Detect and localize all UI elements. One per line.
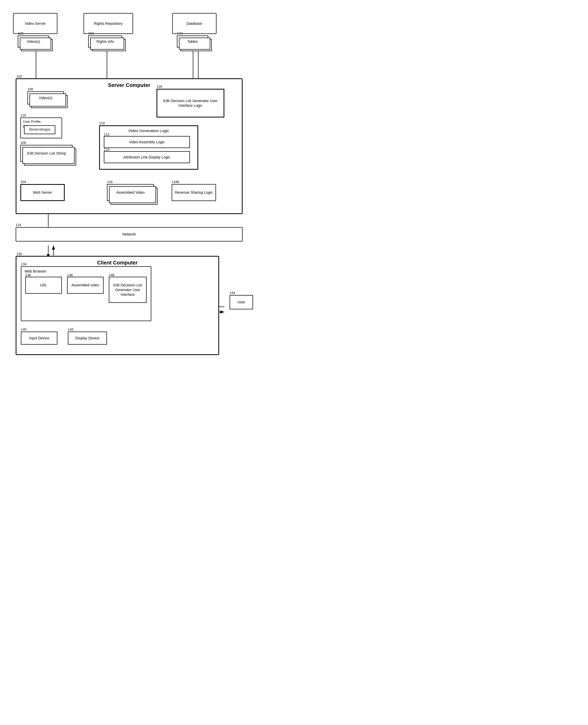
num-144: 144 — [230, 291, 235, 295]
videos-label: Video(s) — [27, 39, 40, 44]
num-130: 130 — [17, 252, 22, 256]
num-134: 134 — [21, 262, 27, 266]
url-label: URL — [40, 283, 47, 287]
num-126: 126 — [156, 85, 162, 88]
video-assembly-label: Video Assembly Logic — [129, 140, 165, 144]
edl-generator-ui-label: Edit Deciision List Generator User Inter… — [109, 283, 146, 297]
num-140: 140 — [21, 327, 27, 331]
num-172: 172 — [177, 31, 183, 35]
revenue-sharing-label: Revenue Sharing Logic — [175, 190, 213, 195]
client-computer-label: Client Computer — [97, 259, 138, 266]
video-generation-label: Video Generation Logic — [128, 128, 169, 134]
display-device-label: Display Device — [76, 336, 100, 340]
num-106: 106 — [20, 141, 26, 145]
assembled-video-client-label: Assembled video — [71, 283, 99, 287]
num-118b: 118b — [172, 180, 179, 184]
num-104: 104 — [20, 180, 26, 184]
videos-server-label: Video(s) — [39, 96, 52, 100]
user-label: User — [237, 300, 245, 304]
stored-strings-label: Stored string(s) — [29, 128, 50, 132]
num-118: 118 — [20, 113, 26, 117]
num-124: 124 — [16, 223, 21, 227]
tables-label: Tables — [187, 39, 198, 44]
num-142: 142 — [68, 327, 74, 331]
attribution-link-label: Attribution Link Display Logic — [123, 155, 170, 160]
rights-repository-label: Rights Repository — [94, 21, 123, 26]
edl-string-label: Edit Decision List String — [27, 151, 66, 156]
num-108: 108 — [27, 87, 33, 91]
rights-info-label: Rights Info — [97, 39, 114, 44]
edl-generator-label: Edit Decision List Generator User Interf… — [157, 98, 224, 108]
num-102: 102 — [17, 75, 22, 79]
video-server-label: Video Server — [25, 21, 46, 26]
web-server-label: Web Server — [33, 190, 52, 195]
num-122: 122 — [18, 31, 23, 35]
num-162: 162 — [88, 31, 94, 35]
server-computer-label: Server Computer — [108, 82, 150, 88]
user-profile-label: User Profile — [23, 120, 41, 124]
input-device-label: Input Device — [29, 336, 49, 340]
network-label: Network — [122, 232, 135, 237]
num-110: 110 — [99, 121, 105, 125]
assembled-video-label: Assembled Video — [117, 190, 145, 195]
num-116: 116 — [107, 180, 113, 184]
database-label: Database — [187, 21, 202, 26]
